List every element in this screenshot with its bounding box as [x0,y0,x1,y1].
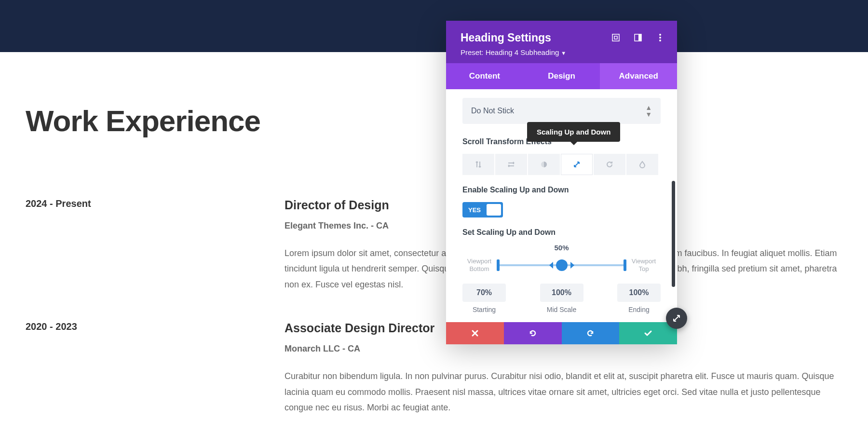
set-scaling-label: Set Scaling Up and Down [462,228,661,237]
tab-design[interactable]: Design [523,63,600,89]
fade-icon[interactable] [528,154,560,175]
rotate-icon[interactable] [594,154,625,175]
panel-footer [446,322,677,344]
sticky-select-value: Do Not Stick [471,107,514,115]
page-content: Work Experience 2024 - Present Director … [0,104,868,415]
cancel-button[interactable] [446,322,504,344]
preset-dropdown[interactable]: Preset: Heading 4 Subheading▼ [461,48,663,56]
preset-label: Preset: Heading 4 Subheading [461,48,559,56]
job-row: 2020 - 2023 Associate Design Director Mo… [26,321,842,415]
toggle-knob [487,204,501,216]
effect-icons-row [462,154,661,175]
job-row: 2024 - Present Director of Design Elegan… [26,198,842,292]
tab-content[interactable]: Content [446,63,523,89]
mid-label: Mid Scale [540,306,583,313]
slider-track[interactable] [498,264,625,266]
ending-label: Ending [617,306,661,313]
settings-panel: Heading Settings Preset: Heading 4 Subhe… [446,21,677,344]
job-description: Curabitur non bibendum ligula. In non pu… [285,368,842,415]
viewport-top-label: Viewport Top [627,258,661,272]
svg-rect-1 [614,36,617,39]
slider-arrow-right-icon [570,262,574,269]
svg-rect-3 [638,34,641,41]
enable-label: Enable Scaling Up and Down [462,186,661,194]
job-dates: 2020 - 2023 [26,321,285,415]
slider-tick-start[interactable] [497,259,500,271]
section-title: Work Experience [26,104,842,138]
panel-body: Do Not Stick ▲▼ Scroll Transform Effects… [446,89,677,322]
panel-header[interactable]: Heading Settings Preset: Heading 4 Subhe… [446,21,677,63]
panel-scrollbar[interactable] [672,181,675,287]
toggle-label: YES [468,206,481,214]
job-dates: 2024 - Present [26,198,285,292]
caret-down-icon: ▼ [561,50,566,56]
starting-value-input[interactable]: 70% [462,284,506,302]
tooltip-text: Scaling Up and Down [537,128,610,136]
enable-toggle[interactable]: YES [462,202,503,217]
snap-icon[interactable] [634,33,642,42]
job-company: Monarch LLC - CA [285,344,842,354]
expand-icon[interactable] [611,33,620,42]
tooltip: Scaling Up and Down [527,122,620,142]
horizontal-motion-icon[interactable] [495,154,527,175]
more-icon[interactable] [656,33,665,42]
slider-mid-percent: 50% [462,244,661,252]
slider-arrow-left-icon [549,262,553,269]
svg-point-6 [659,40,661,41]
svg-rect-0 [612,34,619,41]
viewport-bottom-label: Viewport Bottom [462,258,496,272]
scaling-icon[interactable] [561,154,593,175]
undo-button[interactable] [504,322,562,344]
top-header-bar [0,0,868,52]
resize-fab[interactable] [666,308,687,329]
vertical-motion-icon[interactable] [462,154,494,175]
starting-label: Starting [462,306,506,313]
redo-button[interactable] [562,322,620,344]
mid-value-input[interactable]: 100% [540,284,583,302]
slider-knob[interactable] [556,259,568,271]
svg-point-5 [659,37,661,39]
ending-value-input[interactable]: 100% [617,284,661,302]
blur-icon[interactable] [626,154,658,175]
slider-tick-end[interactable] [624,259,626,271]
sticky-select[interactable]: Do Not Stick ▲▼ [462,98,661,124]
slider-control: 50% Viewport Bottom Viewport Top 70% 100… [462,244,661,313]
tab-advanced[interactable]: Advanced [600,63,677,89]
panel-tabs: Content Design Advanced [446,63,677,89]
svg-point-4 [659,34,661,36]
select-caret-icon: ▲▼ [645,104,652,118]
